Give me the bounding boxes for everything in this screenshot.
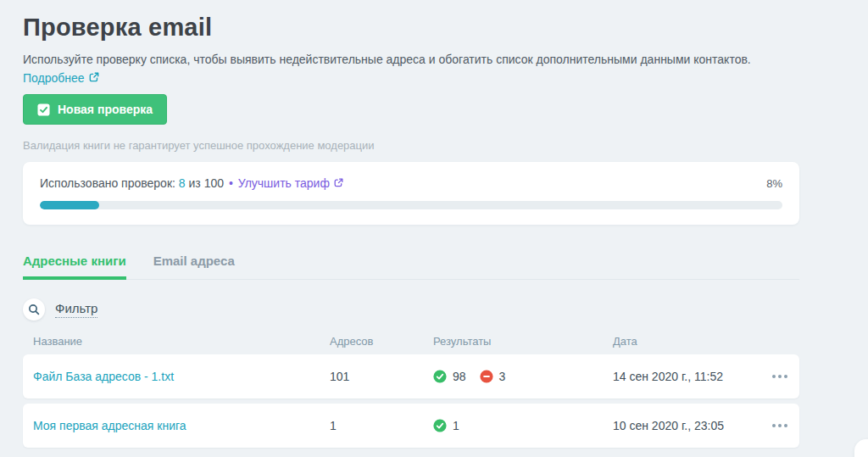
new-check-label: Новая проверка <box>58 103 153 116</box>
moderation-note: Валидация книги не гарантирует успешное … <box>23 139 799 152</box>
results-cell: 1 <box>433 419 613 432</box>
book-name-link[interactable]: Файл База адресов - 1.txt <box>33 370 330 383</box>
column-header-date: Дата <box>613 335 748 348</box>
minus-circle-icon <box>480 370 493 383</box>
usage-percent: 8% <box>766 177 782 190</box>
valid-count: 98 <box>453 370 466 383</box>
chat-widget-corner[interactable] <box>854 439 868 457</box>
upgrade-plan-label: Улучшить тариф <box>238 176 330 190</box>
results-cell: 98 3 <box>433 370 613 383</box>
book-name-link[interactable]: Моя первая адресная книга <box>33 419 330 432</box>
learn-more-label: Подробнее <box>23 71 85 85</box>
table-body: Файл База адресов - 1.txt 101 98 <box>23 354 799 448</box>
usage-used-count: 8 <box>179 176 186 190</box>
usage-text: Использовано проверок: 8 из 100 • Улучши… <box>40 176 343 190</box>
tabs: Адресные книги Email адреса <box>23 254 799 280</box>
page-description: Используйте проверку списка, чтобы выяви… <box>23 52 799 67</box>
usage-progress-fill <box>40 201 99 209</box>
filter-bar: Фильтр <box>23 298 799 320</box>
addresses-count: 1 <box>330 419 433 432</box>
column-header-addresses: Адресов <box>330 335 433 348</box>
table-header-row: Название Адресов Результаты Дата <box>23 335 799 348</box>
email-verification-page: Проверка email Используйте проверку спис… <box>23 0 799 448</box>
table-row: Файл База адресов - 1.txt 101 98 <box>23 354 799 398</box>
column-header-name: Название <box>33 335 330 348</box>
search-button[interactable] <box>23 298 45 320</box>
new-check-button[interactable]: Новая проверка <box>23 94 167 125</box>
valid-result: 1 <box>433 419 459 432</box>
check-circle-icon <box>433 370 447 383</box>
learn-more-link[interactable]: Подробнее <box>23 71 99 85</box>
usage-progressbar <box>40 201 782 209</box>
addresses-count: 101 <box>330 370 433 383</box>
row-date: 10 сен 2020 г., 23:05 <box>613 419 748 432</box>
row-menu-button[interactable] <box>771 370 789 383</box>
usage-total: из 100 <box>189 176 225 190</box>
upgrade-plan-link[interactable]: Улучшить тариф <box>238 176 343 190</box>
row-date: 14 сен 2020 г., 11:52 <box>613 370 748 383</box>
column-header-results: Результаты <box>433 335 613 348</box>
dots-menu-icon <box>772 375 787 378</box>
invalid-count: 3 <box>499 370 506 383</box>
checkbox-check-icon <box>37 103 50 116</box>
dots-menu-icon <box>772 424 787 427</box>
external-link-icon <box>334 176 343 190</box>
search-icon <box>28 304 40 315</box>
tab-email-addresses[interactable]: Email адреса <box>153 254 235 279</box>
external-link-icon <box>89 71 99 85</box>
table-row: Моя первая адресная книга 1 1 <box>23 404 799 448</box>
row-menu-button[interactable] <box>771 419 789 432</box>
filter-label[interactable]: Фильтр <box>55 301 97 318</box>
bullet-separator: • <box>229 176 233 190</box>
valid-result: 98 <box>433 370 466 383</box>
valid-count: 1 <box>453 419 459 432</box>
page-title: Проверка email <box>23 14 799 42</box>
check-circle-icon <box>433 419 447 432</box>
usage-card: Использовано проверок: 8 из 100 • Улучши… <box>23 162 799 225</box>
invalid-result: 3 <box>480 370 506 383</box>
books-table: Название Адресов Результаты Дата Файл Ба… <box>23 335 799 448</box>
usage-label: Использовано проверок: <box>40 176 175 190</box>
tab-address-books[interactable]: Адресные книги <box>23 254 126 279</box>
